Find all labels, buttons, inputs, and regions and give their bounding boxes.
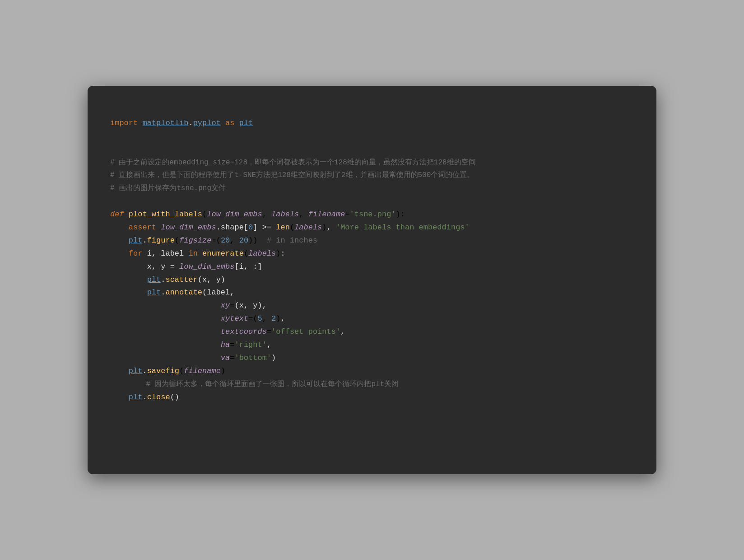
- code-window: import matplotlib.pyplot as plt # 由于之前设定…: [88, 86, 656, 474]
- code-content: import matplotlib.pyplot as plt # 由于之前设定…: [110, 104, 634, 417]
